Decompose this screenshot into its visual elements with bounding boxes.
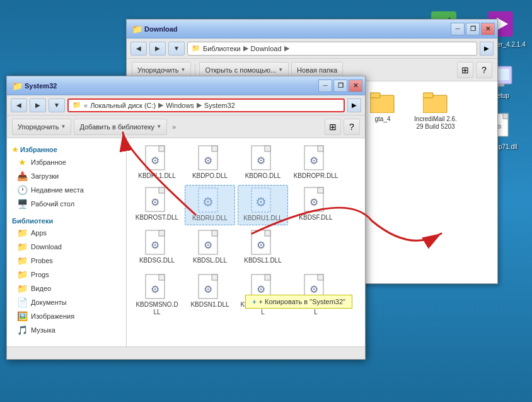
images-icon: 🖼️ [17,311,27,321]
path-folder-icon: 📁 [192,44,200,52]
documents-icon: 📄 [17,297,27,307]
svg-rect-60 [212,275,217,280]
svg-text:⚙: ⚙ [204,240,212,251]
download-icon: 📁 [17,242,27,252]
izbrannoe-label: Избранное [31,158,66,166]
explorer-fg-main: ★ Избранное ★ Избранное 📥 Загрузки 🕐 Нед… [7,138,365,346]
file-kbdru1[interactable]: ⚙ KBDRU1.DLL [238,185,288,225]
file-incredimail[interactable]: IncrediMail 2.6.29 Build 5203 [410,86,461,141]
explorer-fg-close-btn[interactable]: ✕ [349,80,362,92]
path-part-windows: Windows [166,102,194,109]
explorer-fg-addlibrary-btn[interactable]: Добавить в библиотеку ▼ [74,119,167,135]
explorer-bg-addressbar: ◀ ▶ ▼ 📁 Библиотеки ▶ Download ▶ ▶ [127,38,497,59]
file-kbdrost[interactable]: ⚙ KBDROST.DLL [132,185,182,225]
desktop: 📹 ispring_free_cam_8_7_0 KMPlayer_4.2.1.… [0,0,532,402]
sidebar-item-images[interactable]: 🖼️ Изображения [7,309,126,323]
sidebar-item-recentplaces[interactable]: 🕐 Недавние места [7,183,126,197]
svg-text:⚙: ⚙ [204,284,212,295]
explorer-fg-back-btn[interactable]: ◀ [11,98,27,112]
file-kbdsl1[interactable]: ⚙ KBDSL1.DLL [238,228,288,267]
explorer-fg-path[interactable]: 📁 « Локальный диск (C:) ▶ Windows ▶ Syst… [67,98,345,112]
sidebar-item-progs[interactable]: 📁 Progs [7,268,126,281]
explorer-fg-views-btn[interactable]: ⊞ [325,119,341,135]
kbdsl1-icon: ⚙ [250,230,275,256]
explorer-bg-dropdown-btn[interactable]: ▼ [168,42,185,56]
explorer-fg-addressbar: ◀ ▶ ▼ 📁 « Локальный диск (C:) ▶ Windows … [7,95,365,115]
kbdpl1-name: KBDPL1.DLL [138,172,175,180]
explorer-fg-statusbar [7,346,365,359]
svg-rect-45 [318,187,323,193]
music-label: Музыка [31,326,55,334]
explorer-fg-forward-btn[interactable]: ▶ [30,98,46,112]
file-kbdpo[interactable]: ⚙ KBDPO.DLL [185,143,235,182]
fg-favorites-header[interactable]: ★ Избранное [7,143,126,155]
svg-text:⚙: ⚙ [257,240,265,251]
sidebar-item-apps[interactable]: 📁 Apps [7,226,126,240]
file-kbdsg[interactable]: ⚙ KBDSG.DLL [132,228,182,267]
path-part-libraries: Библиотеки [203,45,241,52]
fg-libraries-header[interactable]: Библиотеки [7,215,126,226]
sidebar-item-desktop[interactable]: 🖥️ Рабочий стол [7,197,126,211]
explorer-bg-go-btn[interactable]: ▶ [480,42,494,56]
openwith-label: Открыть с помощью... [205,66,276,74]
explorer-fg-organize-btn[interactable]: Упорядочить ▼ [12,119,71,135]
path-folder-icon-fg: 📁 [72,101,81,109]
file-gta4-name: gta_4 [374,115,390,123]
izbrannoe-icon: ★ [17,157,27,167]
video-icon: 📁 [17,283,27,293]
explorer-fg-restore-btn[interactable]: ❐ [333,80,347,92]
svg-rect-38 [159,187,165,193]
explorer-fg-dropdown-btn[interactable]: ▼ [49,98,65,112]
kbdru-name: KBDRU.DLL [192,215,228,222]
file-kbdropr[interactable]: ⚙ KBDROPR.DLL [291,143,341,182]
sidebar-item-documents[interactable]: 📄 Документы [7,295,126,309]
copy-plus-icon: + [252,298,256,305]
explorer-bg-title: Download [144,25,178,33]
progs-label: Progs [31,271,49,278]
sidebar-item-download[interactable]: 📁 Download [7,240,126,254]
sidebar-item-video[interactable]: 📁 Видео [7,281,126,295]
documents-label: Документы [31,299,67,306]
explorer-fg-toolbar: Упорядочить ▼ Добавить в библиотеку ▼ » … [7,115,365,138]
sidebar-item-probes[interactable]: 📁 Probes [7,254,126,268]
explorer-bg-minimize-btn[interactable]: ─ [451,23,465,35]
fg-organize-label: Упорядочить [18,123,59,131]
svg-rect-24 [423,93,433,98]
explorer-fg-minimize-btn[interactable]: ─ [318,80,332,92]
svg-text:⚙: ⚙ [151,155,159,166]
explorer-bg-back-btn[interactable]: ◀ [130,42,147,56]
path-part-download: Download [251,45,282,52]
file-kbdsmsno[interactable]: ⚙ KBDSMSNO.DLL [132,272,182,319]
svg-rect-66 [318,275,323,280]
video-label: Видео [31,285,51,292]
sidebar-item-zagruzki[interactable]: 📥 Загрузки [7,169,126,183]
file-kbdpl1[interactable]: ⚙ KBDPL1.DLL [132,143,182,182]
kbdpl1-icon: ⚙ [144,146,170,171]
kbdsn1-icon: ⚙ [197,275,223,300]
images-label: Изображения [31,312,74,320]
kbdropr-name: KBDROPR.DLL [294,172,338,180]
explorer-bg-close-btn[interactable]: ✕ [481,23,495,35]
explorer-fg-help-btn[interactable]: ? [344,119,360,135]
organize-label: Упорядочить [137,66,178,74]
kbdrost-name: KBDROST.DLL [136,214,178,222]
explorer-fg-go-btn[interactable]: ▶ [347,98,361,112]
kbdsg-name: KBDSG.DLL [139,257,175,264]
explorer-bg-titlebar: 📁 Download ─ ❐ ✕ [127,20,497,38]
explorer-bg-restore-btn[interactable]: ❐ [466,23,480,35]
explorer-bg-help-btn[interactable]: ? [476,62,492,78]
file-kbdsl[interactable]: ⚙ KBDSL.DLL [185,228,235,267]
file-kbdru[interactable]: ⚙ KBDRU.DLL [185,185,235,225]
sidebar-item-music[interactable]: 🎵 Музыка [7,323,126,337]
svg-text:⚙: ⚙ [151,240,159,251]
explorer-bg-path[interactable]: 📁 Библиотеки ▶ Download ▶ [187,42,477,56]
file-kbdsn1[interactable]: ⚙ KBDSN1.DLL [185,272,235,319]
download-label: Download [31,243,62,251]
explorer-bg-forward-btn[interactable]: ▶ [149,42,166,56]
openwith-arrow: ▼ [278,67,283,73]
explorer-bg-views-btn[interactable]: ⊞ [457,62,473,78]
fg-addlibrary-arrow: ▼ [156,124,161,129]
file-kbdsf[interactable]: ⚙ KBDSF.DLL [291,185,341,225]
sidebar-item-izbrannoe[interactable]: ★ Избранное [7,155,126,169]
file-kbdro[interactable]: ⚙ KBDRO.DLL [238,143,288,182]
